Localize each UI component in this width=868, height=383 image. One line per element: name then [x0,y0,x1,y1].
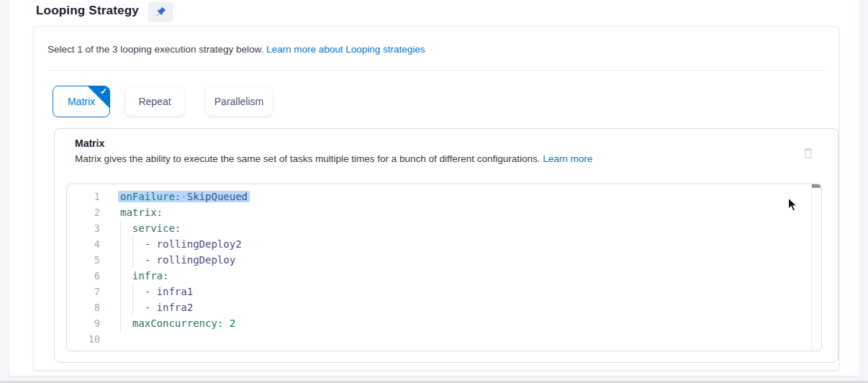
looping-strategies-link[interactable]: Learn more about Looping strategies [266,44,425,55]
strategy-card: Select 1 of the 3 looping execution stra… [33,26,839,371]
line-number: 4 [67,236,100,252]
tab-parallelism[interactable]: Parallelism [206,87,272,116]
code-text: onFailure:·SkipQueued [120,189,248,204]
scrollbar-thumb[interactable] [812,184,820,188]
trash-icon[interactable] [802,146,816,161]
intro-sentence: Select 1 of the 3 looping execution stra… [48,44,266,55]
line-number: 6 [67,268,100,284]
editor-line[interactable]: 5 - rollingDeploy [67,252,821,268]
code-text: - rollingDeploy2 [120,236,242,252]
line-number: 8 [67,299,100,315]
editor-lines: 1onFailure:·SkipQueued2matrix:3 service:… [67,189,821,347]
code-text: - infra1 [120,284,193,299]
matrix-desc-sentence: Matrix gives the ability to execute the … [75,153,543,164]
yaml-editor[interactable]: 1onFailure:·SkipQueued2matrix:3 service:… [66,184,822,351]
editor-line[interactable]: 3 service: [67,220,821,236]
tab-repeat[interactable]: Repeat [125,87,184,116]
line-number: 1 [67,189,100,204]
tab-matrix[interactable]: Matrix ✓ [53,86,110,117]
editor-line[interactable]: 10 [67,331,821,347]
editor-line[interactable]: 7 - infra1 [67,284,821,299]
code-text: matrix: [120,204,163,220]
learn-more-link[interactable]: Learn more [543,153,592,164]
matrix-panel-title: Matrix [75,138,104,149]
mouse-cursor [787,197,797,215]
editor-line[interactable]: 2matrix: [67,204,821,220]
code-text: - rollingDeploy [120,252,235,268]
code-text: maxConcurrency: 2 [120,315,235,331]
line-number: 10 [67,331,100,347]
scrollbar-track [811,185,812,350]
editor-line[interactable]: 4 - rollingDeploy2 [67,236,821,252]
line-number: 9 [67,315,100,331]
pin-button[interactable] [148,2,173,22]
code-text: - infra2 [120,299,193,315]
divider [48,70,826,71]
editor-line[interactable]: 9 maxConcurrency: 2 [67,315,821,331]
checkmark-icon: ✓ [100,86,107,96]
editor-line[interactable]: 6 infra: [67,268,821,284]
pin-icon [155,6,166,17]
tab-parallelism-label: Parallelism [214,96,263,107]
intro-text: Select 1 of the 3 looping execution stra… [48,44,425,55]
editor-line[interactable]: 8 - infra2 [67,299,821,315]
line-number: 2 [67,204,100,220]
editor-line[interactable]: 1onFailure:·SkipQueued [67,189,821,204]
line-number: 3 [67,220,100,236]
line-number: 7 [67,284,100,299]
looping-strategy-drawer: Looping Strategy Select 1 of the 3 loopi… [9,0,859,377]
page-title: Looping Strategy [36,4,139,18]
code-text: service: [120,220,181,236]
tab-repeat-label: Repeat [138,96,171,107]
code-text: infra: [120,268,168,284]
matrix-panel: Matrix Matrix gives the ability to execu… [54,128,838,363]
text-selection: onFailure:·SkipQueued [118,191,250,202]
matrix-panel-description: Matrix gives the ability to execute the … [75,153,592,164]
line-number: 5 [67,252,100,268]
